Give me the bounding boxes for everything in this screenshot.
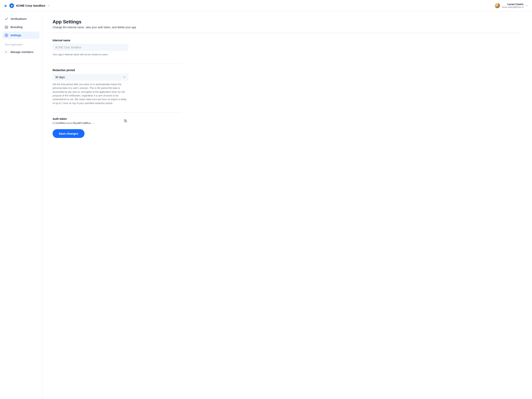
save-button[interactable]: Save changes — [53, 129, 84, 138]
section-auth-token: Auth token CiVodHRwczovL3RyaW5zaWMua... — [53, 117, 181, 128]
chevron-down-icon — [525, 4, 528, 7]
sidebar-item-manage-members[interactable]: M Manage members — [3, 48, 39, 56]
redaction-value: 30 days — [55, 76, 65, 79]
sidebar-item-label: Branding — [11, 26, 22, 29]
sidebar-item-verifications[interactable]: Verifications — [3, 15, 39, 23]
page-subtitle: Change the internal name, view your auth… — [53, 26, 522, 29]
user-email: lucas.castro@trinsic.id — [502, 6, 523, 8]
sidebar-section-label: Your organization — [5, 43, 38, 46]
internal-name-label: Internal name — [53, 39, 181, 42]
redaction-label: Redaction period — [53, 69, 181, 72]
avatar — [495, 3, 500, 8]
sidebar: Verifications Branding Settings Your org… — [0, 11, 43, 399]
svg-point-2 — [6, 35, 7, 36]
app-switcher[interactable]: ACME Corp Sandbox — [9, 3, 50, 8]
section-redaction: Redaction period 30 days Set the time pe… — [53, 69, 181, 113]
auth-token-value: CiVodHRwczovL3RyaW5zaWMua... — [53, 122, 95, 124]
app-name: ACME Corp Sandbox — [16, 4, 45, 7]
layout: Verifications Branding Settings Your org… — [0, 11, 532, 399]
copy-token-button[interactable] — [122, 119, 128, 123]
chevron-down-icon — [123, 76, 126, 78]
sidebar-item-label: Manage members — [11, 51, 33, 54]
nav: Verifications Branding Settings — [3, 15, 39, 39]
brand-logo-icon — [4, 4, 7, 7]
members-badge: M — [4, 50, 8, 54]
sidebar-item-label: Verifications — [11, 17, 27, 20]
auth-token-label: Auth token — [53, 117, 95, 120]
user-name: Lucas Castro — [502, 3, 523, 6]
check-icon — [5, 17, 8, 21]
internal-name-input[interactable] — [53, 44, 128, 51]
page-title: App Settings — [53, 19, 522, 25]
copy-icon — [123, 119, 127, 123]
divider — [53, 33, 522, 33]
main: App Settings Change the internal name, v… — [43, 11, 532, 399]
sidebar-item-label: Settings — [11, 34, 21, 37]
header-left: ACME Corp Sandbox — [4, 3, 50, 8]
section-internal-name: Internal name Your app's internal name w… — [53, 39, 181, 64]
chevron-down-icon — [47, 4, 50, 7]
sidebar-item-branding[interactable]: Branding — [3, 23, 39, 31]
svg-point-1 — [6, 26, 6, 27]
svg-rect-0 — [5, 26, 8, 28]
header: ACME Corp Sandbox Lucas Castro lucas.cas… — [0, 0, 532, 11]
redaction-help: Set the time period after you want us to… — [53, 83, 128, 105]
image-icon — [5, 25, 8, 29]
user-meta: Lucas Castro lucas.castro@trinsic.id — [502, 3, 523, 8]
internal-name-help: Your app's internal name will not be sho… — [53, 53, 128, 57]
gear-icon — [5, 33, 8, 37]
redaction-select[interactable]: 30 days — [53, 74, 128, 81]
sidebar-item-settings[interactable]: Settings — [3, 32, 39, 39]
user-menu[interactable]: Lucas Castro lucas.castro@trinsic.id — [495, 3, 528, 8]
app-chip-icon — [9, 3, 14, 8]
